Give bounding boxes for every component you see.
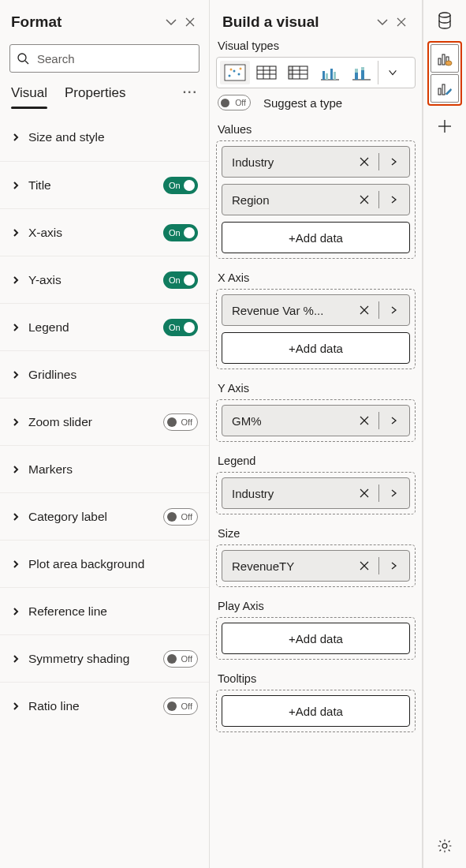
field-well-section: Tooltips +Add data (211, 668, 420, 740)
field-chip[interactable]: RevenueTY (222, 550, 410, 582)
visual-type-matrix[interactable] (283, 61, 313, 84)
collapse-build-button[interactable] (373, 13, 392, 32)
tab-properties[interactable]: Properties (65, 80, 125, 109)
format-card[interactable]: Plot area background (0, 540, 209, 587)
card-label: Symmetry shading (28, 652, 163, 666)
field-menu-button[interactable] (386, 156, 401, 167)
format-card[interactable]: Size and style (0, 114, 209, 161)
svg-rect-30 (355, 69, 358, 73)
format-card[interactable]: Title On (0, 161, 209, 208)
field-chip[interactable]: Region (222, 184, 410, 215)
field-well-section: X Axis Revenue Var %... +Add data (211, 267, 420, 377)
format-card[interactable]: Ratio line Off (0, 682, 209, 729)
toggle-off[interactable]: Off (163, 413, 198, 431)
collapse-pane-button[interactable] (162, 13, 181, 32)
rail-data-button[interactable] (429, 5, 460, 36)
svg-rect-18 (289, 66, 293, 79)
field-well[interactable]: Industry Region +Add data (216, 140, 416, 259)
field-menu-button[interactable] (386, 305, 401, 316)
close-build-button[interactable] (392, 13, 411, 32)
format-card[interactable]: Reference line (0, 587, 209, 634)
svg-point-54 (442, 844, 447, 848)
remove-field-button[interactable] (356, 488, 372, 499)
chevron-right-icon (11, 559, 21, 569)
field-menu-button[interactable] (386, 488, 401, 499)
field-well[interactable]: Industry (216, 472, 416, 514)
field-menu-button[interactable] (386, 415, 401, 426)
format-card[interactable]: Gridlines (0, 350, 209, 398)
remove-field-button[interactable] (356, 156, 372, 167)
format-card[interactable]: Category label Off (0, 492, 209, 540)
field-well-section: Y Axis GM% (211, 377, 420, 450)
svg-point-8 (233, 70, 236, 73)
svg-line-3 (25, 61, 28, 64)
svg-rect-47 (442, 54, 445, 65)
add-data-button[interactable]: +Add data (222, 695, 410, 727)
field-well[interactable]: RevenueTY (216, 544, 416, 587)
field-chip[interactable]: Revenue Var %... (222, 294, 410, 326)
add-data-button[interactable]: +Add data (222, 332, 410, 364)
rail-add-button[interactable] (429, 110, 460, 142)
add-data-button[interactable]: +Add data (222, 222, 410, 253)
visual-type-table[interactable] (252, 61, 281, 84)
well-label: Tooltips (216, 668, 416, 690)
svg-rect-12 (257, 66, 276, 79)
toggle-on[interactable]: On (163, 224, 198, 241)
remove-field-button[interactable] (356, 305, 372, 316)
field-menu-button[interactable] (386, 560, 401, 571)
field-menu-button[interactable] (386, 194, 401, 205)
format-card[interactable]: Zoom slider Off (0, 398, 209, 445)
close-pane-button[interactable] (181, 13, 199, 32)
search-input[interactable] (35, 51, 192, 66)
suggest-toggle[interactable]: Off (218, 95, 251, 110)
format-card[interactable]: Symmetry shading Off (0, 634, 209, 682)
visual-type-stacked-bar[interactable] (346, 61, 376, 84)
field-chip[interactable]: Industry (222, 477, 410, 509)
toggle-on[interactable]: On (163, 271, 198, 289)
tab-more[interactable]: ··· (183, 85, 198, 104)
well-label: Y Axis (216, 377, 416, 399)
field-well[interactable]: GM% (216, 399, 416, 442)
format-card[interactable]: Y-axis On (0, 256, 209, 303)
suggest-row: Off Suggest a type (211, 88, 420, 118)
toggle-on[interactable]: On (163, 177, 198, 194)
field-name: Region (232, 193, 356, 207)
remove-field-button[interactable] (356, 415, 372, 426)
format-title: Format (11, 13, 162, 31)
tab-visual[interactable]: Visual (11, 80, 47, 109)
format-card[interactable]: Markers (0, 445, 209, 492)
remove-field-button[interactable] (356, 560, 372, 571)
field-well[interactable]: +Add data (216, 690, 416, 732)
chevron-right-icon (11, 181, 21, 190)
card-label: Ratio line (28, 699, 163, 713)
field-chip[interactable]: GM% (222, 405, 410, 436)
search-box[interactable] (9, 44, 199, 73)
visual-type-scatter[interactable] (220, 61, 250, 84)
visual-types-expand[interactable] (378, 61, 406, 84)
rail-format-button[interactable] (431, 74, 459, 103)
rail-settings-button[interactable] (429, 830, 460, 862)
toggle-off[interactable]: Off (163, 698, 198, 715)
toggle-on[interactable]: On (163, 319, 198, 336)
toggle-off[interactable]: Off (163, 508, 198, 526)
format-pane: Format Visual Properties ··· Size and st… (0, 0, 210, 868)
chevron-right-icon (11, 654, 21, 664)
field-name: Revenue Var %... (232, 304, 356, 317)
card-label: Legend (28, 320, 163, 335)
visual-type-clustered-bar[interactable] (315, 61, 345, 84)
field-well[interactable]: Revenue Var %... +Add data (216, 289, 416, 369)
add-data-button[interactable]: +Add data (222, 623, 410, 654)
field-name: GM% (232, 414, 356, 428)
svg-rect-46 (438, 58, 441, 65)
format-card[interactable]: Legend On (0, 303, 209, 350)
field-chip[interactable]: Industry (222, 146, 410, 178)
card-label: Y-axis (28, 273, 163, 287)
chevron-right-icon (11, 370, 21, 380)
field-well[interactable]: +Add data (216, 617, 416, 660)
format-card[interactable]: X-axis On (0, 208, 209, 256)
toggle-off[interactable]: Off (163, 650, 198, 668)
chevron-right-icon (11, 702, 21, 711)
well-label: X Axis (216, 267, 416, 289)
remove-field-button[interactable] (356, 194, 372, 205)
rail-build-button[interactable] (431, 44, 459, 73)
